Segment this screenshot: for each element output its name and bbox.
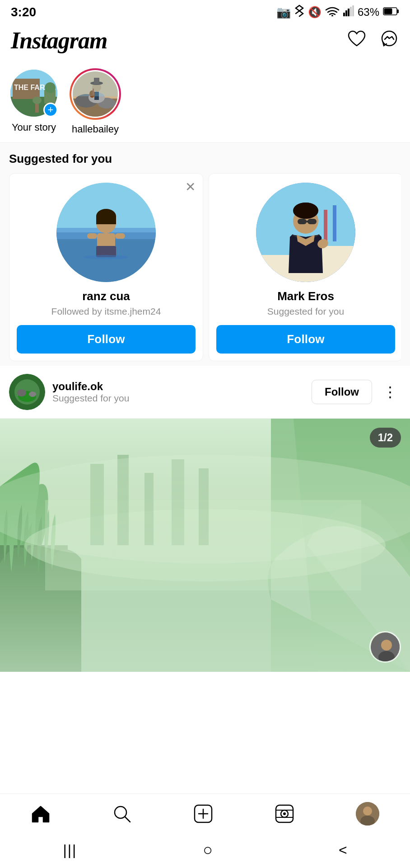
android-menu-button[interactable]: |||	[63, 842, 77, 859]
messenger-icon[interactable]	[379, 29, 399, 52]
hallebailey-story-ring	[70, 68, 121, 120]
svg-point-17	[33, 97, 42, 104]
svg-point-84	[363, 807, 372, 816]
post-small-avatar	[369, 631, 401, 663]
ranz-name: ranz cua	[82, 289, 130, 303]
app-header: Instagram	[0, 23, 410, 61]
svg-rect-48	[308, 219, 317, 224]
svg-rect-39	[96, 216, 116, 224]
battery-icon	[383, 6, 399, 19]
story-item-your-story[interactable]: THE FARM + Your story	[9, 68, 59, 135]
svg-point-40	[84, 255, 129, 259]
follow-ranz-button[interactable]: Follow	[17, 325, 196, 354]
status-time: 3:20	[11, 5, 36, 19]
svg-rect-3	[348, 9, 349, 16]
instagram-logo: Instagram	[11, 27, 107, 54]
follow-mark-button[interactable]: Follow	[216, 325, 395, 354]
battery-text: 63%	[358, 6, 379, 19]
svg-rect-47	[298, 219, 307, 224]
svg-point-56	[29, 392, 36, 397]
camera-icon: 📷	[276, 5, 291, 19]
svg-rect-29	[73, 71, 118, 96]
mark-sub: Suggested for you	[267, 306, 344, 317]
youlife-avatar	[9, 374, 45, 410]
post-suggestion-row: youlife.ok Suggested for you Follow ⋮	[0, 366, 410, 419]
svg-rect-49	[307, 221, 308, 222]
your-story-label: Your story	[12, 122, 56, 133]
notifications-heart-icon[interactable]	[347, 29, 367, 52]
story-item-hallebailey[interactable]: hallebailey	[70, 68, 121, 135]
svg-point-69	[0, 455, 410, 563]
status-bar: 3:20 📷 🔇 63%	[0, 0, 410, 23]
youlife-username: youlife.ok	[52, 380, 304, 393]
close-ranz-button[interactable]: ✕	[185, 181, 196, 193]
ranz-avatar	[56, 183, 156, 282]
mark-name: Mark Eros	[277, 289, 334, 303]
reels-nav-button[interactable]	[275, 804, 294, 824]
post-counter-badge: 1/2	[370, 428, 401, 448]
follow-youlife-button[interactable]: Follow	[312, 380, 372, 404]
wifi-icon	[325, 5, 340, 19]
ranz-sub: Followed by itsme.jhem24	[51, 306, 161, 317]
svg-point-55	[17, 389, 26, 396]
android-back-button[interactable]: <	[339, 842, 347, 859]
suggested-title: Suggested for you	[9, 152, 401, 166]
suggested-section: Suggested for you ✕	[0, 143, 410, 366]
signal-icon	[343, 5, 354, 19]
svg-rect-2	[345, 10, 347, 16]
search-nav-button[interactable]	[112, 804, 132, 824]
android-nav-bar: ||| ○ <	[0, 832, 410, 868]
svg-rect-36	[87, 233, 97, 239]
svg-rect-45	[333, 205, 336, 241]
status-icons: 📷 🔇 63%	[276, 5, 399, 20]
suggested-card-ranz: ✕	[9, 173, 203, 361]
youlife-info: youlife.ok Suggested for you	[52, 380, 304, 404]
svg-rect-7	[397, 9, 399, 13]
add-story-button[interactable]: +	[43, 103, 58, 117]
home-nav-button[interactable]	[31, 804, 51, 824]
svg-point-73	[115, 807, 126, 818]
suggested-card-mark: Mark Eros Suggested for you Follow	[209, 173, 401, 361]
android-home-button[interactable]: ○	[203, 840, 213, 859]
post-image: 1/2	[0, 419, 410, 672]
svg-rect-37	[115, 233, 125, 239]
svg-line-74	[125, 817, 130, 822]
hallebailey-label: hallebailey	[72, 123, 119, 135]
svg-point-71	[381, 640, 392, 651]
bottom-navigation	[0, 793, 410, 832]
svg-rect-8	[384, 9, 392, 14]
mark-avatar	[256, 183, 355, 282]
bluetooth-icon	[294, 5, 304, 20]
svg-rect-5	[352, 5, 354, 16]
more-options-button[interactable]: ⋮	[379, 383, 401, 401]
mute-icon: 🔇	[308, 6, 321, 19]
header-actions	[347, 29, 399, 52]
youlife-sub: Suggested for you	[52, 393, 304, 404]
suggested-cards-container: ✕	[9, 173, 401, 361]
svg-rect-1	[343, 13, 345, 16]
your-story-avatar-container: THE FARM +	[9, 68, 59, 118]
svg-point-80	[283, 812, 286, 815]
svg-rect-4	[350, 7, 352, 16]
svg-point-0	[331, 15, 333, 16]
create-nav-button[interactable]	[193, 804, 213, 824]
svg-point-15	[45, 82, 56, 93]
stories-section: THE FARM + Your story	[0, 61, 410, 143]
profile-nav-button[interactable]	[356, 802, 379, 826]
